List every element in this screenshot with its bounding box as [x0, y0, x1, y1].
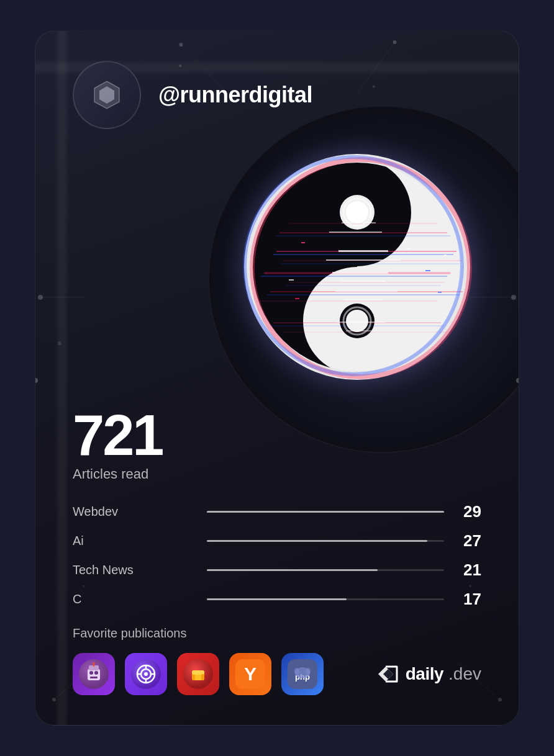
- profile-card: @runnerdigital 721 Articles read Webdev2…: [35, 30, 519, 726]
- avatar-container: [73, 61, 141, 129]
- tag-bar-fill-0: [207, 511, 444, 513]
- svg-point-0: [179, 43, 183, 47]
- tag-bar-fill-2: [207, 569, 378, 571]
- publication-icon-2[interactable]: [125, 653, 167, 695]
- tag-bar-fill-3: [207, 598, 347, 600]
- tag-bar-container-2: [207, 569, 444, 571]
- tag-rows: Webdev29Ai27Tech News21C17: [73, 502, 481, 609]
- publication-icon-5[interactable]: php: [281, 653, 324, 695]
- daily-dev-icon: [373, 664, 401, 684]
- svg-point-8: [52, 698, 56, 701]
- stats-section: 721 Articles read Webdev29Ai27Tech News2…: [73, 407, 481, 695]
- svg-rect-82: [192, 670, 204, 675]
- svg-point-74: [144, 672, 148, 676]
- svg-point-67: [94, 671, 98, 675]
- tag-bar-container-0: [207, 511, 444, 513]
- svg-point-4: [38, 295, 43, 300]
- svg-point-70: [93, 662, 95, 665]
- svg-text:Y: Y: [244, 664, 257, 684]
- svg-point-66: [89, 671, 93, 675]
- svg-rect-83: [201, 674, 204, 680]
- svg-point-90: [306, 668, 311, 675]
- svg-point-1: [393, 40, 397, 44]
- tag-name-0: Webdev: [73, 505, 197, 519]
- daily-text: daily: [406, 664, 443, 684]
- bg-circle: [208, 106, 519, 453]
- tag-name-1: Ai: [73, 534, 197, 548]
- publication-icon-1[interactable]: [73, 653, 115, 695]
- tag-count-3: 17: [454, 590, 481, 609]
- tag-bar-fill-1: [207, 540, 427, 542]
- username: @runnerdigital: [158, 82, 312, 108]
- tag-name-2: Tech News: [73, 563, 197, 577]
- tag-count-0: 29: [454, 502, 481, 521]
- daily-dev-logo: daily .dev: [373, 664, 481, 684]
- tag-bar-container-1: [207, 540, 444, 542]
- tag-name-3: C: [73, 592, 197, 606]
- publication-icon-4[interactable]: Y: [229, 653, 271, 695]
- tag-row-0: Webdev29: [73, 502, 481, 521]
- tag-row-3: C17: [73, 590, 481, 609]
- articles-label: Articles read: [73, 466, 481, 482]
- svg-point-89: [294, 668, 299, 675]
- articles-count: 721: [73, 407, 481, 464]
- dev-text: .dev: [448, 664, 481, 684]
- svg-point-9: [498, 698, 502, 701]
- svg-rect-68: [90, 677, 98, 678]
- side-dot-left: [35, 378, 38, 383]
- profile-header: @runnerdigital: [73, 61, 481, 129]
- svg-rect-64: [88, 669, 100, 680]
- tag-bar-container-3: [207, 598, 444, 600]
- tag-row-1: Ai27: [73, 531, 481, 551]
- avatar-icon: [91, 79, 123, 111]
- publication-icon-3[interactable]: [177, 653, 219, 695]
- publications-row: Y php: [73, 653, 481, 695]
- favorite-publications-label: Favorite publications: [73, 626, 481, 641]
- tag-row-2: Tech News21: [73, 560, 481, 580]
- tag-count-2: 21: [454, 560, 481, 580]
- side-dot-right: [516, 378, 519, 383]
- tag-count-1: 27: [454, 531, 481, 551]
